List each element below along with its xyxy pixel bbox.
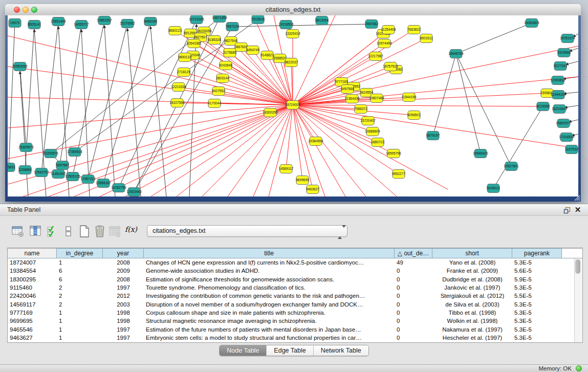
table-row[interactable]: 1830029562008Estimation of significance … [8, 275, 582, 283]
network-node[interactable]: 8454749 [246, 46, 259, 55]
network-node[interactable]: 16648784 [448, 50, 464, 58]
network-node[interactable]: 17957222 [80, 175, 96, 184]
network-node[interactable]: 10688609 [365, 127, 380, 136]
network-node[interactable]: 14671355 [212, 15, 227, 23]
network-node[interactable]: 11254408 [381, 26, 396, 34]
network-node[interactable]: 8186328 [208, 36, 221, 45]
network-node[interactable]: 16946420 [473, 149, 488, 158]
tab-node-table[interactable]: Node Table [220, 345, 267, 356]
delete-icon[interactable] [93, 224, 107, 238]
scrollbar-thumb[interactable] [575, 259, 580, 274]
network-node[interactable]: 15276062 [120, 19, 135, 28]
network-node[interactable]: 3915831 [8, 163, 15, 172]
network-node[interactable]: 9329966 [557, 49, 571, 57]
network-node[interactable]: 18107554 [169, 99, 185, 107]
network-node[interactable]: 2987682 [365, 20, 378, 29]
network-node[interactable]: 15720407 [360, 117, 376, 125]
network-node[interactable]: 10719185 [189, 15, 204, 24]
column-header-in_degree[interactable]: in_degree [57, 248, 103, 258]
network-node[interactable]: 7663822 [407, 26, 421, 34]
network-node[interactable]: 14055727 [74, 20, 89, 29]
table-row[interactable]: 977716911998Corpus callosum shape and si… [8, 309, 582, 317]
network-node[interactable]: 10543382 [186, 39, 202, 48]
network-node[interactable]: 6879197 [426, 132, 440, 140]
network-node[interactable]: 3175685 [223, 49, 236, 57]
network-node[interactable]: 18300295 [263, 108, 278, 117]
network-canvas[interactable]: 1872400786601238912954182260589827507105… [8, 15, 578, 196]
column-header-out_de[interactable]: △ out_de… [395, 248, 432, 258]
network-node[interactable]: 10927601 [504, 162, 519, 171]
network-node[interactable]: 19384554 [308, 137, 323, 146]
vertical-scrollbar[interactable] [574, 258, 582, 342]
network-node[interactable]: 9463627 [306, 185, 319, 194]
network-node[interactable]: 17359924 [67, 148, 82, 157]
network-node[interactable]: 21364436 [344, 95, 360, 103]
network-node[interactable]: 13325419 [285, 30, 300, 38]
column-header-title[interactable]: title [144, 248, 395, 258]
network-node[interactable]: 18757515 [383, 62, 398, 71]
network-node[interactable]: 9242848 [219, 61, 232, 70]
window-titlebar[interactable]: citations_edges.txt [5, 4, 581, 16]
network-node[interactable]: 14569117 [279, 165, 294, 173]
network-node[interactable]: 12923443 [126, 188, 142, 196]
network-node[interactable]: 20206576 [43, 149, 58, 158]
network-node[interactable]: 13505135 [65, 172, 80, 181]
table-selector-dropdown[interactable]: citations_edges.txt [147, 225, 347, 237]
network-node[interactable]: 25309573 [18, 143, 34, 152]
network-node[interactable]: 7986372 [354, 105, 367, 114]
network-node[interactable]: 9227343 [554, 62, 567, 71]
network-node[interactable]: 15751074 [560, 34, 575, 43]
network-node[interactable]: 12217987 [368, 52, 383, 61]
column-header-name[interactable]: name [8, 248, 57, 258]
network-node[interactable]: 16083809 [524, 19, 539, 28]
select-all-icon[interactable] [45, 224, 59, 238]
network-node[interactable]: 8427552 [212, 87, 225, 96]
network-node[interactable]: 18595796 [386, 149, 401, 158]
network-node[interactable]: 8215358 [536, 102, 550, 111]
network-node[interactable]: 20691406 [51, 17, 66, 26]
network-node[interactable]: 18724007 [285, 101, 300, 110]
network-node[interactable]: 12213334 [171, 83, 186, 92]
network-node[interactable]: 8096501 [407, 111, 421, 120]
network-node[interactable]: 9890133 [178, 53, 191, 62]
network-node[interactable]: 20553092 [12, 62, 28, 71]
tab-network-table[interactable]: Network Table [314, 345, 368, 356]
function-builder-icon[interactable]: f(x) [125, 225, 141, 239]
network-node[interactable]: 11544199 [402, 93, 417, 102]
table-row[interactable]: 2242004622012Investigating the contribut… [8, 292, 582, 300]
deselect-rows-icon[interactable] [61, 224, 76, 238]
network-node[interactable]: 12942757 [34, 168, 49, 177]
table-row[interactable]: 946362711997Embryonic stem cells: a mode… [8, 334, 582, 342]
network-node[interactable]: 7857224 [226, 23, 239, 31]
network-node[interactable]: 2718129 [177, 68, 190, 77]
network-node[interactable]: 8505141 [28, 20, 41, 29]
network-node[interactable]: 9552277 [392, 170, 405, 179]
network-node[interactable]: 9822037 [285, 58, 298, 67]
network-node[interactable]: 10974493 [377, 39, 392, 48]
network-node[interactable]: 1880723 [371, 138, 384, 147]
column-header-short[interactable]: short [432, 248, 512, 258]
table-row[interactable]: 1872400712008Changes of HCN gene express… [8, 258, 582, 267]
network-node[interactable]: 12093832 [550, 76, 565, 85]
network-node[interactable]: 9397587 [56, 161, 69, 170]
network-node[interactable]: 10853267 [97, 16, 112, 25]
show-columns-icon[interactable] [28, 224, 42, 238]
column-header-pagerank[interactable]: pagerank [512, 248, 562, 258]
network-node[interactable]: 8901511 [420, 34, 433, 43]
memory-status-led[interactable] [576, 365, 582, 371]
network-graph[interactable]: 1872400786601238912954182260589827507105… [8, 15, 578, 196]
resize-grip-icon[interactable] [573, 194, 580, 201]
network-node[interactable]: 9146821 [260, 51, 274, 60]
table-row[interactable]: 1938455462009Genome-wide association stu… [8, 267, 582, 275]
network-node[interactable]: 9699695 [296, 176, 309, 185]
network-node[interactable]: 19218506 [278, 20, 294, 29]
network-node[interactable]: 8813054 [315, 16, 329, 25]
network-node[interactable]: 16782759 [111, 184, 126, 192]
float-panel-icon[interactable] [563, 207, 571, 214]
network-node[interactable]: 13958187 [96, 179, 111, 188]
network-node[interactable]: 8660123 [168, 27, 182, 35]
network-node[interactable]: 2803144 [216, 74, 229, 83]
network-node[interactable]: 15692971 [556, 119, 571, 128]
table-settings-icon[interactable] [11, 224, 25, 238]
network-node[interactable]: 15973 [9, 19, 21, 28]
